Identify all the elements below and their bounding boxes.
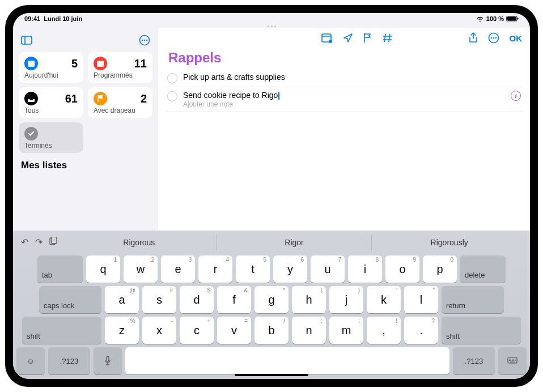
key-i[interactable]: 8i [348, 255, 382, 283]
smart-label: Tous [24, 106, 78, 114]
key-emoji[interactable]: ☺ [16, 347, 45, 374]
home-indicator[interactable] [235, 374, 308, 376]
complete-toggle[interactable] [167, 91, 177, 101]
reminder-title[interactable]: Send cookie recipe to Rigo [183, 91, 505, 100]
toggle-sidebar-button[interactable] [19, 32, 35, 48]
status-time: 09:41 [24, 15, 40, 22]
svg-point-25 [495, 37, 497, 39]
key-shift-right[interactable]: shift [442, 317, 521, 344]
key-h[interactable]: (h [292, 286, 326, 313]
key-dictation[interactable] [94, 347, 122, 374]
key-y[interactable]: 6y [273, 255, 307, 283]
smart-card-aujourdhui[interactable]: 105Aujourd'hui [19, 52, 83, 83]
smart-card-programms[interactable]: 1011Programmés [88, 52, 152, 83]
wifi-icon [476, 16, 484, 22]
key-n[interactable]: ;n [292, 317, 326, 344]
key-o[interactable]: 9o [385, 255, 419, 283]
key-capslock[interactable]: caps lock [39, 286, 101, 313]
key-v[interactable]: =v [217, 317, 251, 344]
smart-count: 11 [134, 57, 147, 70]
location-button[interactable] [343, 33, 353, 43]
prediction[interactable]: Rigorously [371, 235, 527, 250]
svg-rect-2 [517, 18, 519, 19]
svg-rect-1 [507, 16, 516, 21]
share-button[interactable] [469, 32, 478, 44]
key-x[interactable]: -x [142, 317, 176, 344]
key-symbols-left[interactable]: .?123 [48, 347, 90, 374]
key-g[interactable]: *g [254, 286, 289, 313]
key-m[interactable]: :m [329, 317, 363, 344]
undo-button[interactable]: ↶ [21, 237, 28, 248]
svg-rect-27 [52, 237, 57, 244]
smart-count: 5 [71, 57, 78, 70]
sidebar: 105Aujourd'hui1011Programmés61Tous2Avec … [13, 28, 158, 231]
flag-button[interactable] [363, 33, 372, 43]
cal-icon: 10 [94, 57, 107, 70]
key-k[interactable]: 'k [367, 286, 401, 313]
svg-point-6 [142, 40, 143, 41]
key-b[interactable]: /b [254, 317, 289, 344]
svg-rect-28 [107, 356, 109, 361]
key-c[interactable]: +c [180, 317, 214, 344]
key-s[interactable]: #s [142, 286, 176, 313]
smart-label: Programmés [94, 71, 147, 79]
info-button[interactable]: i [511, 91, 521, 101]
tag-button[interactable] [383, 33, 393, 43]
key-t[interactable]: 5t [236, 255, 270, 283]
calendar-button[interactable] [321, 33, 333, 43]
svg-point-17 [329, 40, 332, 43]
key-l[interactable]: "l [404, 286, 438, 313]
multitask-handle[interactable] [13, 24, 530, 28]
key-hide-keyboard[interactable] [498, 347, 527, 374]
battery-pct: 100 % [486, 15, 504, 22]
key-shift-left[interactable]: shift [22, 317, 101, 344]
key-u[interactable]: 7u [311, 255, 345, 283]
key-w[interactable]: 2w [124, 255, 158, 283]
key-tab[interactable]: tab [37, 255, 83, 283]
smart-count: 2 [141, 92, 147, 105]
prediction[interactable]: Rigor [217, 235, 372, 250]
svg-rect-3 [22, 36, 32, 44]
main-pane: OK Rappels Pick up arts & crafts supplie… [158, 28, 530, 231]
smart-card-termins[interactable]: Terminés [19, 122, 83, 153]
smart-count: 61 [65, 92, 78, 105]
key-,[interactable]: !, [367, 317, 401, 344]
smart-label: Aujourd'hui [24, 71, 78, 79]
list-more-button[interactable] [488, 32, 499, 44]
key-delete[interactable]: delete [460, 255, 506, 283]
reminder-row[interactable]: Send cookie recipe to RigoAjouter une no… [166, 87, 522, 112]
smart-card-avecdrapeau[interactable]: 2Avec drapeau [88, 87, 152, 118]
battery-icon [506, 16, 519, 22]
svg-line-19 [389, 34, 390, 42]
key-j[interactable]: )j [329, 286, 363, 313]
redo-button[interactable]: ↷ [35, 237, 43, 248]
key-a[interactable]: @a [105, 286, 139, 313]
key-q[interactable]: 1q [86, 255, 120, 283]
smart-label: Terminés [24, 142, 78, 150]
more-button[interactable] [137, 32, 152, 48]
key-e[interactable]: 3e [161, 255, 195, 283]
key-f[interactable]: &f [217, 286, 251, 313]
complete-toggle[interactable] [167, 73, 177, 83]
smart-card-tous[interactable]: 61Tous [19, 87, 83, 118]
key-d[interactable]: $d [180, 286, 214, 313]
key-p[interactable]: 0p [423, 255, 457, 283]
key-r[interactable]: 4r [198, 255, 232, 283]
key-symbols-right[interactable]: .?123 [453, 347, 495, 374]
key-z[interactable]: %z [105, 317, 139, 344]
key-.[interactable]: ?. [404, 317, 438, 344]
sidebar-section-header: Mes listes [19, 160, 152, 171]
key-return[interactable]: return [442, 286, 504, 313]
reminder-title[interactable]: Pick up arts & crafts supplies [183, 73, 521, 82]
status-date: Lundi 10 juin [44, 15, 82, 22]
reminder-row[interactable]: Pick up arts & crafts supplies [166, 69, 522, 87]
key-space[interactable] [125, 347, 449, 374]
svg-point-8 [146, 40, 148, 41]
prediction[interactable]: Rigorous [62, 235, 217, 250]
reminder-note-placeholder[interactable]: Ajouter une note [183, 100, 505, 108]
clipboard-button[interactable] [49, 237, 57, 248]
svg-point-7 [144, 40, 146, 41]
tray-icon [24, 92, 38, 105]
done-button[interactable]: OK [510, 33, 523, 43]
smart-label: Avec drapeau [94, 106, 147, 114]
